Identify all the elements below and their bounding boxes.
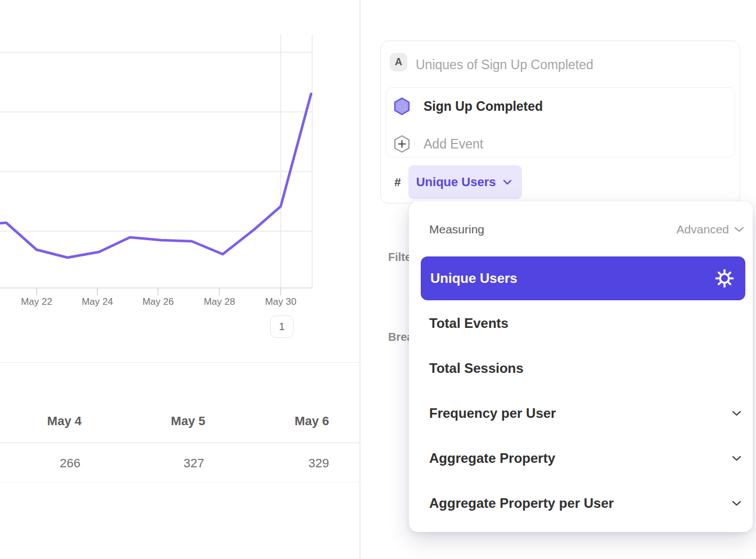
event-hexagon-icon	[394, 97, 410, 115]
x-tick-label: May 24	[66, 296, 128, 308]
chevron-down-icon	[732, 411, 741, 416]
x-tick-label: May 22	[6, 296, 68, 308]
menu-item-label: Unique Users	[430, 271, 518, 286]
menu-item-label: Total Sessions	[429, 360, 524, 376]
table-cell-value: 329	[256, 456, 329, 471]
x-tick-label: May 26	[127, 296, 189, 308]
series-title: Uniques of Sign Up Completed	[416, 57, 593, 73]
divider	[0, 362, 360, 363]
query-series-card: A Uniques of Sign Up Completed Sign Up C…	[380, 40, 740, 204]
event-card: Sign Up Completed Add Event	[386, 87, 735, 157]
table-cell-value: 266	[7, 456, 80, 471]
menu-item-aggregate-property[interactable]: Aggregate Property	[409, 436, 753, 481]
table-column-header: May 6	[256, 414, 329, 429]
table-row-divider	[0, 482, 359, 483]
menu-item-label: Aggregate Property per User	[429, 495, 614, 511]
add-event-button[interactable]: Add Event	[394, 134, 483, 154]
line-chart	[0, 0, 360, 366]
table-header-divider	[0, 443, 359, 443]
table-column-header: May 4	[8, 414, 82, 429]
measuring-mode-value: Advanced	[677, 223, 729, 236]
chart-annotation-badge[interactable]: 1	[270, 315, 294, 338]
x-tick-label: May 28	[188, 296, 250, 308]
gear-icon[interactable]	[715, 269, 734, 288]
event-name-label: Sign Up Completed	[424, 99, 543, 114]
chart-series-line[interactable]	[0, 94, 311, 258]
measuring-label: Measuring	[429, 223, 484, 236]
menu-item-label: Total Events	[429, 315, 508, 331]
series-letter-badge: A	[390, 53, 407, 71]
chevron-down-icon	[732, 456, 741, 461]
x-tick-label: May 30	[250, 296, 312, 308]
menu-item-label: Frequency per User	[429, 405, 556, 421]
metric-hash-icon: #	[394, 175, 401, 189]
table-column-header: May 5	[132, 414, 205, 429]
panel-divider	[359, 0, 361, 559]
measuring-mode-toggle[interactable]: Advanced	[677, 223, 744, 236]
insights-app: May 22 May 24 May 26 May 28 May 30 1 May…	[0, 0, 756, 559]
menu-item-frequency-per-user[interactable]: Frequency per User	[409, 391, 753, 436]
add-event-label: Add Event	[424, 137, 483, 152]
menu-item-total-sessions[interactable]: Total Sessions	[409, 346, 753, 391]
chevron-down-icon	[732, 501, 741, 506]
chevron-down-icon	[503, 179, 512, 185]
measuring-dropdown-menu: Measuring Advanced Unique Users	[409, 201, 753, 532]
add-event-hexagon-icon	[394, 135, 410, 153]
menu-item-total-events[interactable]: Total Events	[409, 301, 753, 346]
table-cell-value: 327	[131, 456, 204, 471]
event-row[interactable]: Sign Up Completed	[394, 97, 543, 116]
chart-gridlines	[0, 35, 312, 288]
menu-item-aggregate-property-per-user[interactable]: Aggregate Property per User	[409, 481, 753, 526]
measuring-header-row: Measuring Advanced	[429, 223, 744, 236]
chart-axis-ticks	[37, 288, 281, 295]
metric-selector-button[interactable]: Unique Users	[408, 165, 522, 199]
metric-selector-value: Unique Users	[416, 175, 496, 190]
chevron-down-icon	[734, 227, 744, 232]
menu-item-label: Aggregate Property	[429, 450, 555, 466]
metric-row: # Unique Users	[394, 165, 522, 199]
menu-item-unique-users[interactable]: Unique Users	[421, 256, 745, 300]
